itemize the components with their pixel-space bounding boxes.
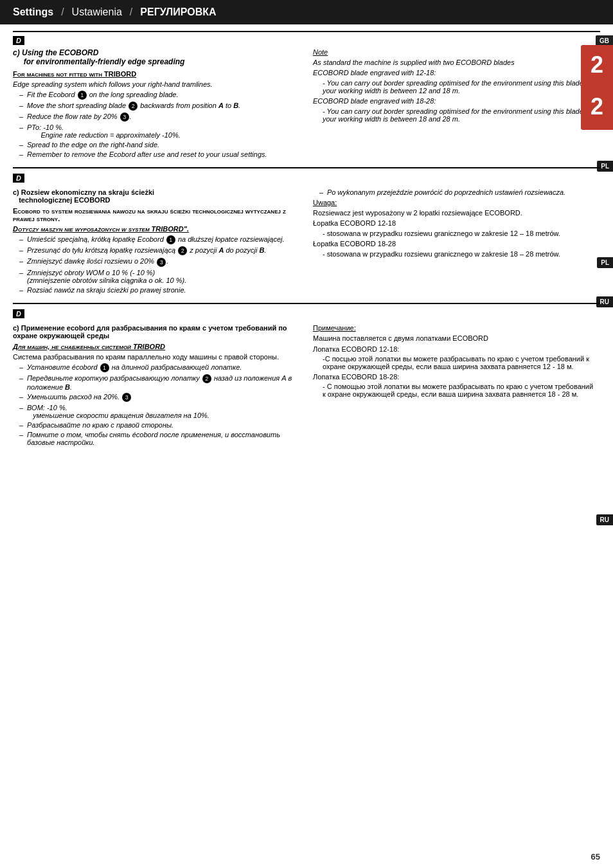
gb-left-col: c) Using the ECOBORD for environmentally… [13,48,300,161]
gb-blade2-desc: - You can carry out border spreading opt… [323,107,597,123]
list-item: Zmniejszyć obroty WOM o 10 % (- 10 %)(zm… [19,269,297,284]
pl-badge-abs: PL [597,257,613,268]
pl-left-col: c) Rozsiew ekonomiczny na skraju ścieżki… [13,188,300,296]
ru-blade2-desc: - С помощью этой лопатки вы можете разбр… [323,383,597,398]
ru-intro: Система разбрасывания по краям параллель… [13,353,297,361]
ru-blade1-title: Лопатка ECOBORD 12-18: [313,345,597,353]
list-item: Rozsiać nawóz na skraju ścieżki po prawe… [19,286,297,294]
header-sep1: / [61,6,64,18]
ru-badge-abs: RU [596,514,613,525]
list-item: Spread to the edge on the right-hand sid… [19,141,297,149]
gb-section-title: c) Using the ECOBORD for environmentally… [13,48,297,66]
gb-blade1-desc: - You can carry out border spreading opt… [323,79,597,95]
ru-subsection: Для машин, не снабженных системой TRIBOR… [13,343,297,350]
list-item: Помните о том, чтобы снять écobord после… [19,431,297,446]
list-item: ВОМ: -10 %. уменьшение скорости вращения… [19,404,297,419]
pl-instruction-list: Umieścić specjalną, krótką łopatkę Ecobo… [19,235,297,293]
ru-note-title: Примечание: [313,324,597,332]
pl-blade1-desc: - stosowana w przypadku rozsiewu granicz… [323,230,597,237]
ru-instruction-list: Установите écobord 1 на длинной разбрасы… [19,363,297,446]
header-ustawienia: Ustawienia [72,6,122,18]
pl-blade2-desc: - stosowana w przypadku rozsiewu granicz… [323,250,597,258]
header-settings: Settings [13,6,53,18]
gb-blade2-title: ECOBORD blade engraved with 18-28: [313,97,597,105]
pl-blade1-title: Łopatka ECOBORD 12-18 [313,219,597,227]
pl-subsection1: Ecobord to system rozsiewania nawozu na … [13,207,297,222]
pl-uwaga-title: Uwaga: [313,199,597,206]
section-number-badge: 2 [581,45,613,85]
gb-two-col: c) Using the ECOBORD for environmentally… [13,48,600,161]
header-regulirovka: РЕГУЛИРОВКА [140,6,216,18]
section-number-badge-abs: 2 [581,84,613,130]
list-item: Przesunąć do tyłu krótszą łopatkę rozsie… [19,246,297,255]
gb-section-icon: D [13,36,24,45]
page-number: 65 [591,852,600,862]
list-item: Zmniejszyć dawkę ilości rozsiewu o 20% 3… [19,257,297,266]
gb-instruction-list: Fit the Ecobord 1 on the long spreading … [19,91,297,158]
ru-two-col: c) Применение ecobord для разбрасывания … [13,324,600,449]
pl-subsection2: Dotyczy maszyn nie wyposażonych w system… [13,225,297,233]
pl-two-col: c) Rozsiew ekonomiczny na skraju ścieżki… [13,188,600,296]
page-header: Settings / Ustawienia / РЕГУЛИРОВКА [0,0,613,24]
gb-blade1-title: ECOBORD blade engraved with 12-18: [313,69,597,77]
pl-uwaga-text: Rozsiewacz jest wyposażony w 2 łopatki r… [313,209,597,217]
ru-section: D c) Применение ecobord для разбрасывани… [13,303,600,449]
pl-blade2-title: Łopatka ECOBORD 18-28 [313,240,597,248]
list-item: Umieścić specjalną, krótką łopatkę Ecobo… [19,235,297,244]
header-sep2: / [130,6,132,18]
list-item: PTo: -10 %. Engine rate reduction = appr… [19,123,297,139]
list-item: Передвиньте короткую разбрасывающую лопа… [19,374,297,391]
pl-section: D c) Rozsiew ekonomiczny na skraju ścież… [13,167,600,296]
gb-subsection-title: For machines not fitted with TRIBORD [13,70,297,78]
ru-note-text: Машина поставляется с двумя лопатками EC… [313,334,597,342]
list-item: Уменьшить расход на 20%. 3 [19,393,297,402]
list-item: Move the short spreading blade 2 backwar… [19,102,297,111]
list-item: Установите écobord 1 на длинной разбрасы… [19,363,297,372]
pl-section-icon: D [13,174,24,183]
list-item: Remember to remove the Ecobord after use… [19,150,297,158]
pl-right-col: Po wykonanym przejeździe powrócić do pop… [313,188,600,296]
pl-right-list: Po wykonanym przejeździe powrócić do pop… [319,188,597,196]
gb-right-col: Note As standard the machine is supplied… [313,48,600,161]
ru-right-col: Примечание: Машина поставляется с двумя … [313,324,600,449]
ru-left-col: c) Применение ecobord для разбрасывания … [13,324,300,449]
pl-section-title: c) Rozsiew ekonomiczny na skraju ścieżki… [13,188,297,204]
list-item: Разбрасывайте по краю с правой стороны. [19,421,297,429]
ru-section-icon: D [13,309,24,318]
list-item: Reduce the flow rate by 20% 3. [19,113,297,122]
list-item: Fit the Ecobord 1 on the long spreading … [19,91,297,100]
gb-section: D c) Using the ECOBORD for environmental… [13,31,600,161]
gb-intro-text: Edge spreading system which follows your… [13,80,297,88]
gb-note-intro: As standard the machine is supplied with… [313,59,597,66]
gb-note-title: Note [313,48,597,56]
ru-blade1-desc: -С посцью этой лопатки вы можете разбрас… [323,355,597,370]
ru-blade2-title: Лопатка ECOBORD 18-28: [313,373,597,381]
list-item: Po wykonanym przejeździe powrócić do pop… [319,188,597,196]
ru-section-title: c) Применение ecobord для разбрасывания … [13,324,297,339]
